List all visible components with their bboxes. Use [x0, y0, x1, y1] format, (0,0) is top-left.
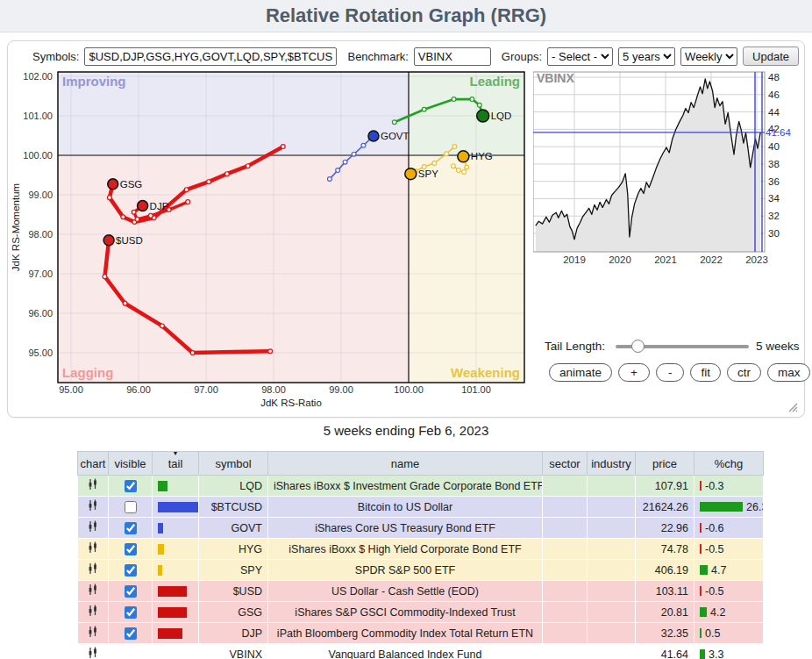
- chart-icon[interactable]: [87, 647, 99, 659]
- head-label-$USD: $USD: [116, 235, 143, 246]
- pct-chg-bar: [700, 586, 702, 596]
- pct-chg-cell: -0.5: [694, 539, 764, 560]
- name-cell: iShares Core US Treasury Bond ETF: [268, 518, 543, 539]
- column-header-pctchg[interactable]: %chg: [694, 452, 764, 476]
- price-cell: 41.64: [636, 644, 694, 659]
- svg-text:97.00: 97.00: [28, 269, 53, 279]
- range-select[interactable]: 5 years: [618, 47, 675, 66]
- head-label-LQD: LQD: [491, 111, 512, 121]
- column-header-price[interactable]: price: [636, 452, 694, 476]
- pct-chg-cell: 0.5: [694, 623, 764, 644]
- quadrant-label-lagging: Lagging: [62, 365, 113, 380]
- column-header-tail[interactable]: tail▾: [153, 452, 199, 476]
- table-row-DJP: DJPiPath Bloomberg Commodity Index Total…: [78, 623, 764, 644]
- tail-swatch: [158, 607, 187, 618]
- tail-length-value: 5 weeks: [756, 340, 800, 353]
- svg-text:32: 32: [768, 211, 780, 221]
- column-header-sector[interactable]: sector: [543, 452, 588, 476]
- visible-checkbox-$BTCUSD[interactable]: [125, 501, 137, 513]
- head-marker-SPY[interactable]: [405, 168, 417, 180]
- pct-chg-cell: 26.3: [694, 497, 764, 518]
- pct-chg-cell: -0.5: [694, 581, 764, 602]
- chart-icon[interactable]: [87, 626, 99, 638]
- price-cell: 107.91: [636, 476, 694, 497]
- chart-icon[interactable]: [87, 541, 99, 554]
- chart-icon[interactable]: [87, 520, 99, 533]
- groups-select[interactable]: - Select -: [547, 47, 613, 66]
- symbols-input[interactable]: [84, 47, 337, 66]
- industry-cell: [588, 560, 636, 581]
- pct-chg-bar: [700, 481, 702, 491]
- max-button[interactable]: max: [767, 363, 811, 382]
- table-row-SPY: SPYSPDR S&P 500 ETF406.194.7: [78, 560, 764, 581]
- symbol-cell: SPY: [199, 560, 268, 581]
- head-label-SPY: SPY: [418, 168, 438, 179]
- tail-swatch: [158, 628, 182, 639]
- visible-checkbox-SPY[interactable]: [125, 564, 137, 577]
- svg-text:95.00: 95.00: [59, 384, 83, 395]
- chart-icon[interactable]: [87, 562, 99, 575]
- animate-button[interactable]: animate: [549, 363, 612, 382]
- quadrant-weakening: [409, 155, 524, 383]
- column-header-symbol[interactable]: symbol: [199, 452, 268, 476]
- head-marker-GOVT[interactable]: [368, 131, 379, 141]
- chart-icon[interactable]: [87, 584, 99, 596]
- column-header-industry[interactable]: industry: [588, 452, 636, 476]
- chart-icon[interactable]: [87, 499, 99, 512]
- sector-cell: [543, 644, 588, 659]
- name-cell: iShares iBoxx $ Investment Grade Corpora…: [268, 476, 543, 497]
- chart-icon[interactable]: [87, 605, 99, 617]
- visible-checkbox-$USD[interactable]: [125, 585, 137, 598]
- pct-chg-cell: -0.6: [694, 518, 764, 539]
- head-marker-LQD[interactable]: [477, 110, 489, 122]
- visible-checkbox-GOVT[interactable]: [125, 522, 137, 534]
- visible-checkbox-HYG[interactable]: [125, 543, 137, 555]
- svg-text:30: 30: [768, 228, 780, 239]
- head-marker-DJP[interactable]: [138, 201, 148, 211]
- tail-length-label: Tail Length:: [545, 340, 605, 353]
- head-marker-$USD[interactable]: [103, 235, 114, 246]
- table-body: LQDiShares iBoxx $ Investment Grade Corp…: [78, 476, 764, 659]
- update-button[interactable]: Update: [743, 47, 799, 66]
- industry-cell: [588, 518, 636, 539]
- resize-handle-icon[interactable]: [786, 400, 798, 412]
- ctr-button[interactable]: ctr: [727, 363, 761, 382]
- industry-cell: [588, 644, 636, 659]
- svg-text:101.00: 101.00: [23, 111, 53, 121]
- price-cell: 21624.26: [636, 497, 694, 518]
- benchmark-chart[interactable]: 3032343638404244464820192020202120222023…: [533, 68, 798, 268]
- symbol-cell: GSG: [199, 602, 268, 623]
- column-header-visible[interactable]: visible: [109, 452, 153, 476]
- fit-button[interactable]: fit: [690, 363, 721, 382]
- name-cell: Bitcoin to US Dollar: [268, 497, 543, 518]
- svg-text:96.00: 96.00: [126, 384, 151, 395]
- table-row-$BTCUSD: $BTCUSDBitcoin to US Dollar21624.2626.3: [78, 497, 764, 518]
- visible-checkbox-GSG[interactable]: [125, 606, 137, 619]
- period-select[interactable]: Weekly: [680, 47, 737, 66]
- column-header-chart[interactable]: chart: [78, 452, 109, 476]
- tail-swatch: [158, 502, 199, 512]
- chart-icon[interactable]: [87, 478, 99, 491]
- column-header-name[interactable]: name: [268, 452, 543, 476]
- tail-length-slider-handle[interactable]: [631, 340, 645, 353]
- head-label-GSG: GSG: [120, 179, 143, 190]
- symbol-cell: VBINX: [199, 644, 268, 659]
- price-cell: 22.96: [636, 518, 694, 539]
- date-caption: 5 weeks ending Feb 6, 2023: [0, 423, 812, 438]
- svg-text:36: 36: [768, 176, 780, 187]
- head-label-HYG: HYG: [471, 151, 493, 161]
- visible-checkbox-LQD[interactable]: [125, 480, 137, 492]
- svg-text:34: 34: [768, 193, 780, 204]
- minus-button[interactable]: -: [656, 363, 685, 382]
- plus-button[interactable]: +: [618, 363, 650, 382]
- rrg-chart[interactable]: ImprovingLeadingLaggingWeakening95.0096.…: [8, 65, 536, 414]
- head-marker-HYG[interactable]: [458, 151, 469, 162]
- benchmark-input[interactable]: [414, 47, 491, 66]
- visible-checkbox-DJP[interactable]: [125, 627, 137, 640]
- head-marker-GSG[interactable]: [108, 179, 118, 190]
- sort-indicator-icon: ▾: [174, 450, 177, 457]
- svg-text:102.00: 102.00: [23, 71, 53, 82]
- tail-length-slider[interactable]: [616, 345, 749, 348]
- svg-text:46: 46: [768, 90, 780, 100]
- symbol-cell: GOVT: [199, 518, 268, 539]
